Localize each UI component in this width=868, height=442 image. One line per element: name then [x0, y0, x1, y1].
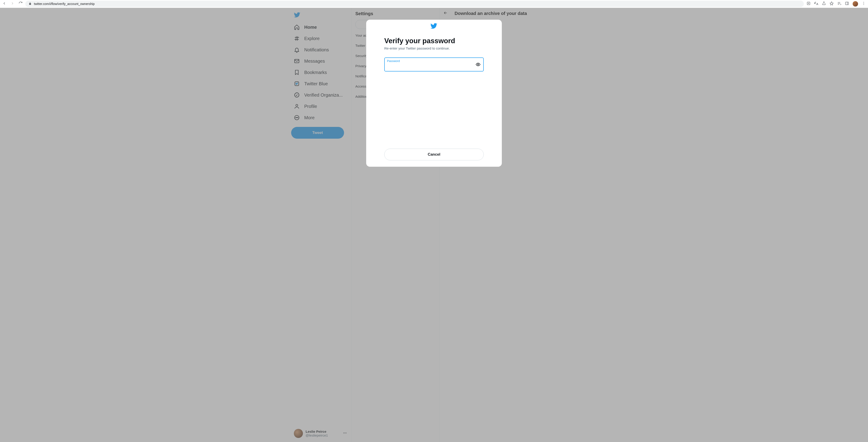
address-url: twitter.com/i/flow/verify_account_owners… — [34, 2, 94, 6]
share-icon[interactable] — [822, 1, 826, 6]
svg-rect-1 — [845, 2, 848, 5]
svg-point-3 — [864, 3, 864, 4]
browser-nav-buttons — [2, 1, 23, 6]
back-icon[interactable] — [2, 1, 6, 6]
address-bar[interactable]: twitter.com/i/flow/verify_account_owners… — [25, 1, 804, 7]
forward-icon[interactable] — [10, 1, 14, 6]
star-icon[interactable] — [830, 1, 834, 6]
sidepanel-icon[interactable] — [845, 1, 849, 6]
modal-title: Verify your password — [384, 37, 484, 45]
profile-avatar-icon[interactable] — [852, 1, 858, 6]
modal-subtitle: Re-enter your Twitter password to contin… — [384, 47, 484, 50]
svg-point-2 — [864, 2, 864, 2]
cancel-button[interactable]: Cancel — [384, 149, 484, 160]
translate-icon[interactable] — [814, 1, 818, 6]
twitter-logo-icon — [430, 22, 438, 31]
password-field[interactable]: Password — [384, 57, 484, 71]
reload-icon[interactable] — [19, 1, 23, 6]
playlist-icon[interactable] — [837, 1, 841, 6]
svg-point-4 — [864, 4, 864, 5]
browser-action-icons — [807, 1, 866, 6]
kebab-menu-icon[interactable] — [862, 1, 866, 6]
install-icon[interactable] — [807, 1, 811, 6]
password-label: Password — [387, 59, 400, 63]
modal-backdrop: Verify your password Re-enter your Twitt… — [0, 8, 868, 442]
verify-password-modal: Verify your password Re-enter your Twitt… — [366, 20, 502, 167]
browser-toolbar: twitter.com/i/flow/verify_account_owners… — [0, 0, 868, 8]
reveal-password-icon[interactable] — [475, 62, 480, 67]
svg-point-15 — [477, 64, 479, 65]
lock-icon — [29, 2, 32, 6]
twitter-app: Home Explore Notifications Messages Book… — [0, 8, 868, 442]
password-input[interactable] — [388, 58, 475, 71]
